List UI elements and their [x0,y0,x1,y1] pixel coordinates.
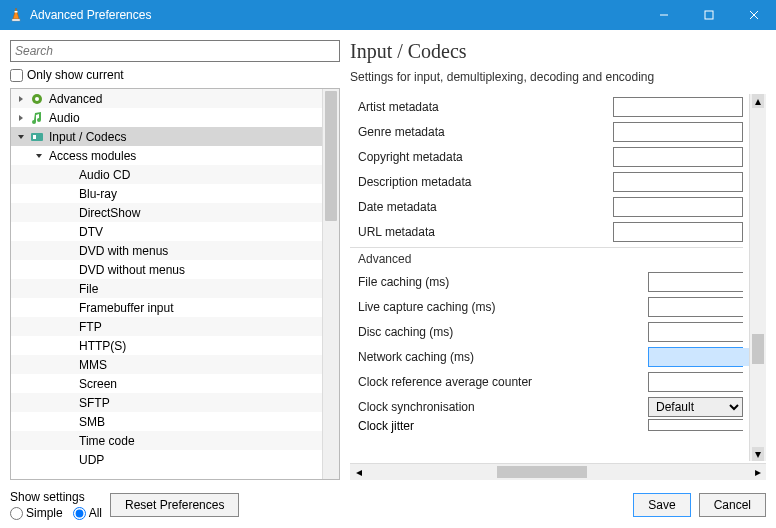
page-subtitle: Settings for input, demultiplexing, deco… [350,70,766,90]
tree-node-advanced[interactable]: Advanced [11,89,322,108]
show-settings-label: Show settings [10,490,102,504]
field-file-caching: File caching (ms) ▴▾ [350,269,743,294]
genre-metadata-input[interactable] [613,122,743,142]
artist-metadata-input[interactable] [613,97,743,117]
tree-leaf[interactable]: MMS [11,355,322,374]
field-artist-metadata: Artist metadata [350,94,743,119]
field-clock-ref: Clock reference average counter ▴▾ [350,369,743,394]
save-button[interactable]: Save [633,493,690,517]
scrollbar-thumb[interactable] [752,334,764,364]
clock-jitter-input[interactable] [649,420,743,430]
tree-leaf[interactable]: Blu-ray [11,184,322,203]
svg-rect-9 [33,135,36,139]
file-caching-input[interactable] [649,273,749,291]
settings-scrollbar[interactable]: ▴ ▾ [749,94,766,461]
field-disc-caching: Disc caching (ms) ▴▾ [350,319,743,344]
only-show-current-label: Only show current [27,68,124,82]
chevron-down-icon[interactable] [15,131,27,143]
chevron-right-icon[interactable] [15,112,27,124]
only-show-current-checkbox[interactable]: Only show current [10,66,340,84]
chevron-down-icon[interactable] [33,150,45,162]
date-metadata-input[interactable] [613,197,743,217]
chevron-right-icon[interactable] [15,93,27,105]
field-description-metadata: Description metadata [350,169,743,194]
gear-icon [29,91,45,107]
field-clock-jitter: Clock jitter [350,419,743,433]
tree-leaf[interactable]: HTTP(S) [11,336,322,355]
search-input[interactable] [10,40,340,62]
cancel-button[interactable]: Cancel [699,493,766,517]
tree-leaf[interactable]: Audio CD [11,165,322,184]
scroll-left-icon[interactable]: ◂ [350,464,367,480]
clock-ref-input[interactable] [649,373,749,391]
field-network-caching: Network caching (ms) ▴▾ [350,344,743,369]
scrollbar-thumb[interactable] [325,91,337,221]
svg-point-7 [35,97,39,101]
tree-leaf[interactable]: SMB [11,412,322,431]
all-radio[interactable]: All [73,506,102,520]
settings-hscrollbar[interactable]: ◂ ▸ [350,463,766,480]
scroll-up-icon[interactable]: ▴ [752,94,764,108]
tree-leaf[interactable]: DirectShow [11,203,322,222]
advanced-section-header: Advanced [350,247,743,269]
field-copyright-metadata: Copyright metadata [350,144,743,169]
close-button[interactable] [731,0,776,30]
network-caching-input[interactable] [649,348,749,366]
codec-icon [29,129,45,145]
svg-rect-8 [31,133,43,141]
maximize-button[interactable] [686,0,731,30]
tree-leaf[interactable]: File [11,279,322,298]
field-genre-metadata: Genre metadata [350,119,743,144]
minimize-button[interactable] [641,0,686,30]
tree-node-access-modules[interactable]: Access modules [11,146,322,165]
svg-rect-0 [12,19,20,21]
reset-preferences-button[interactable]: Reset Preferences [110,493,239,517]
only-show-current-check[interactable] [10,69,23,82]
titlebar: Advanced Preferences [0,0,776,30]
tree-leaf[interactable]: DVD with menus [11,241,322,260]
field-clock-sync: Clock synchronisation Default [350,394,743,419]
settings-panel: Input / Codecs Settings for input, demul… [350,40,766,480]
tree-scrollbar[interactable] [322,89,339,479]
disc-caching-input[interactable] [649,323,749,341]
tree-leaf[interactable]: DVD without menus [11,260,322,279]
scroll-right-icon[interactable]: ▸ [749,464,766,480]
field-live-caching: Live capture caching (ms) ▴▾ [350,294,743,319]
field-url-metadata: URL metadata [350,219,743,244]
window-title: Advanced Preferences [30,8,641,22]
scrollbar-thumb[interactable] [497,466,587,478]
app-icon [8,7,24,23]
simple-radio[interactable]: Simple [10,506,63,520]
live-caching-input[interactable] [649,298,749,316]
tree-leaf[interactable]: SFTP [11,393,322,412]
svg-rect-1 [15,11,18,13]
tree-leaf[interactable]: DTV [11,222,322,241]
footer: Show settings Simple All Reset Preferenc… [10,486,766,520]
tree-node-input-codecs[interactable]: Input / Codecs [11,127,322,146]
url-metadata-input[interactable] [613,222,743,242]
tree-leaf[interactable]: Time code [11,431,322,450]
tree-node-audio[interactable]: Audio [11,108,322,127]
music-note-icon [29,110,45,126]
description-metadata-input[interactable] [613,172,743,192]
tree-leaf[interactable]: FTP [11,317,322,336]
tree-leaf[interactable]: Framebuffer input [11,298,322,317]
preferences-tree[interactable]: Advanced Audio Input / Codecs Acc [11,89,322,479]
copyright-metadata-input[interactable] [613,147,743,167]
page-title: Input / Codecs [350,40,766,70]
tree-leaf[interactable]: UDP [11,450,322,469]
field-date-metadata: Date metadata [350,194,743,219]
tree-leaf[interactable]: Screen [11,374,322,393]
scroll-down-icon[interactable]: ▾ [752,447,764,461]
svg-rect-3 [705,11,713,19]
sidebar: Only show current Advanced Audio [10,40,340,480]
clock-sync-select[interactable]: Default [648,397,743,417]
